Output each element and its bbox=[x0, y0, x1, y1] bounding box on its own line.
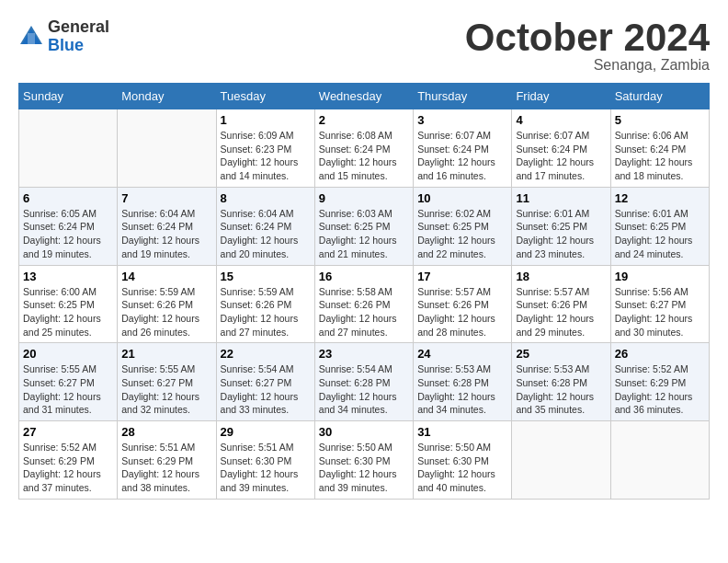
day-number: 7 bbox=[121, 191, 211, 205]
day-info: Sunrise: 6:04 AMSunset: 6:24 PMDaylight:… bbox=[121, 207, 211, 261]
day-number: 12 bbox=[615, 191, 705, 205]
day-number: 16 bbox=[319, 270, 409, 283]
calendar-cell bbox=[19, 109, 118, 188]
calendar-week-row: 1Sunrise: 6:09 AMSunset: 6:23 PMDaylight… bbox=[19, 109, 710, 188]
calendar-cell: 21Sunrise: 5:55 AMSunset: 6:27 PMDayligh… bbox=[118, 343, 216, 421]
day-number: 27 bbox=[23, 425, 113, 439]
day-number: 4 bbox=[516, 113, 606, 127]
calendar-cell: 16Sunrise: 5:58 AMSunset: 6:26 PMDayligh… bbox=[314, 265, 413, 343]
day-info: Sunrise: 5:51 AMSunset: 6:29 PMDaylight:… bbox=[121, 441, 211, 495]
day-info: Sunrise: 5:51 AMSunset: 6:30 PMDaylight:… bbox=[221, 441, 311, 495]
day-info: Sunrise: 5:59 AMSunset: 6:26 PMDaylight:… bbox=[121, 285, 211, 339]
calendar-cell: 26Sunrise: 5:52 AMSunset: 6:29 PMDayligh… bbox=[610, 343, 709, 421]
day-number: 17 bbox=[417, 270, 507, 283]
weekday-header-row: SundayMondayTuesdayWednesdayThursdayFrid… bbox=[19, 84, 710, 109]
day-info: Sunrise: 6:07 AMSunset: 6:24 PMDaylight:… bbox=[417, 129, 507, 183]
day-number: 21 bbox=[121, 347, 211, 361]
day-info: Sunrise: 5:53 AMSunset: 6:28 PMDaylight:… bbox=[417, 362, 507, 417]
calendar-table: SundayMondayTuesdayWednesdayThursdayFrid… bbox=[18, 83, 710, 500]
day-info: Sunrise: 5:59 AMSunset: 6:26 PMDaylight:… bbox=[221, 285, 311, 339]
calendar-cell bbox=[118, 109, 216, 188]
day-info: Sunrise: 6:05 AMSunset: 6:24 PMDaylight:… bbox=[23, 207, 113, 261]
calendar-cell: 8Sunrise: 6:04 AMSunset: 6:24 PMDaylight… bbox=[216, 187, 314, 265]
day-number: 13 bbox=[23, 270, 113, 283]
weekday-header-wednesday: Wednesday bbox=[314, 84, 413, 109]
logo: General Blue bbox=[18, 18, 109, 55]
calendar-week-row: 13Sunrise: 6:00 AMSunset: 6:25 PMDayligh… bbox=[19, 265, 710, 343]
calendar-cell: 14Sunrise: 5:59 AMSunset: 6:26 PMDayligh… bbox=[118, 265, 216, 343]
calendar-cell: 7Sunrise: 6:04 AMSunset: 6:24 PMDaylight… bbox=[118, 187, 216, 265]
day-number: 19 bbox=[615, 270, 705, 283]
day-info: Sunrise: 5:53 AMSunset: 6:28 PMDaylight:… bbox=[516, 362, 606, 417]
logo-general: General bbox=[48, 17, 109, 36]
calendar-cell: 19Sunrise: 5:56 AMSunset: 6:27 PMDayligh… bbox=[610, 265, 709, 343]
day-number: 1 bbox=[221, 113, 311, 127]
weekday-header-monday: Monday bbox=[118, 84, 216, 109]
calendar-week-row: 27Sunrise: 5:52 AMSunset: 6:29 PMDayligh… bbox=[19, 421, 710, 500]
calendar-cell: 3Sunrise: 6:07 AMSunset: 6:24 PMDaylight… bbox=[414, 109, 512, 188]
day-info: Sunrise: 6:07 AMSunset: 6:24 PMDaylight:… bbox=[516, 129, 606, 183]
day-number: 9 bbox=[319, 191, 409, 205]
title-block: October 2024 Senanga, Zambia bbox=[465, 18, 710, 74]
weekday-header-sunday: Sunday bbox=[19, 84, 118, 109]
calendar-cell: 25Sunrise: 5:53 AMSunset: 6:28 PMDayligh… bbox=[512, 343, 610, 421]
calendar-cell: 20Sunrise: 5:55 AMSunset: 6:27 PMDayligh… bbox=[19, 343, 118, 421]
calendar-cell: 9Sunrise: 6:03 AMSunset: 6:25 PMDaylight… bbox=[314, 187, 413, 265]
day-info: Sunrise: 5:55 AMSunset: 6:27 PMDaylight:… bbox=[121, 362, 211, 417]
day-info: Sunrise: 5:57 AMSunset: 6:26 PMDaylight:… bbox=[417, 285, 507, 339]
day-number: 5 bbox=[615, 113, 705, 127]
day-number: 23 bbox=[319, 347, 409, 361]
weekday-header-saturday: Saturday bbox=[610, 84, 709, 109]
day-info: Sunrise: 5:52 AMSunset: 6:29 PMDaylight:… bbox=[23, 441, 113, 495]
calendar-cell: 23Sunrise: 5:54 AMSunset: 6:28 PMDayligh… bbox=[314, 343, 413, 421]
day-number: 10 bbox=[417, 191, 507, 205]
calendar-cell: 2Sunrise: 6:08 AMSunset: 6:24 PMDaylight… bbox=[314, 109, 413, 188]
weekday-header-friday: Friday bbox=[512, 84, 610, 109]
day-info: Sunrise: 5:50 AMSunset: 6:30 PMDaylight:… bbox=[319, 441, 409, 495]
day-info: Sunrise: 5:57 AMSunset: 6:26 PMDaylight:… bbox=[516, 285, 606, 339]
calendar-cell: 30Sunrise: 5:50 AMSunset: 6:30 PMDayligh… bbox=[314, 421, 413, 500]
day-number: 18 bbox=[516, 270, 606, 283]
calendar-week-row: 20Sunrise: 5:55 AMSunset: 6:27 PMDayligh… bbox=[19, 343, 710, 421]
day-info: Sunrise: 6:01 AMSunset: 6:25 PMDaylight:… bbox=[615, 207, 705, 261]
location: Senanga, Zambia bbox=[465, 57, 710, 74]
calendar-cell: 6Sunrise: 6:05 AMSunset: 6:24 PMDaylight… bbox=[19, 187, 118, 265]
page-header: General Blue October 2024 Senanga, Zambi… bbox=[18, 18, 710, 74]
calendar-cell: 22Sunrise: 5:54 AMSunset: 6:27 PMDayligh… bbox=[216, 343, 314, 421]
logo-icon bbox=[18, 24, 44, 50]
calendar-cell bbox=[610, 421, 709, 500]
day-info: Sunrise: 6:01 AMSunset: 6:25 PMDaylight:… bbox=[516, 207, 606, 261]
day-info: Sunrise: 6:06 AMSunset: 6:24 PMDaylight:… bbox=[615, 129, 705, 183]
calendar-cell: 12Sunrise: 6:01 AMSunset: 6:25 PMDayligh… bbox=[610, 187, 709, 265]
day-info: Sunrise: 5:50 AMSunset: 6:30 PMDaylight:… bbox=[417, 441, 507, 495]
day-number: 31 bbox=[417, 425, 507, 439]
calendar-cell: 10Sunrise: 6:02 AMSunset: 6:25 PMDayligh… bbox=[414, 187, 512, 265]
calendar-cell: 24Sunrise: 5:53 AMSunset: 6:28 PMDayligh… bbox=[414, 343, 512, 421]
day-number: 25 bbox=[516, 347, 606, 361]
calendar-cell: 4Sunrise: 6:07 AMSunset: 6:24 PMDaylight… bbox=[512, 109, 610, 188]
day-number: 24 bbox=[417, 347, 507, 361]
calendar-cell: 28Sunrise: 5:51 AMSunset: 6:29 PMDayligh… bbox=[118, 421, 216, 500]
day-info: Sunrise: 6:02 AMSunset: 6:25 PMDaylight:… bbox=[417, 207, 507, 261]
day-info: Sunrise: 6:04 AMSunset: 6:24 PMDaylight:… bbox=[221, 207, 311, 261]
day-number: 30 bbox=[319, 425, 409, 439]
day-info: Sunrise: 6:00 AMSunset: 6:25 PMDaylight:… bbox=[23, 285, 113, 339]
day-info: Sunrise: 6:08 AMSunset: 6:24 PMDaylight:… bbox=[319, 129, 409, 183]
calendar-cell: 31Sunrise: 5:50 AMSunset: 6:30 PMDayligh… bbox=[414, 421, 512, 500]
day-number: 29 bbox=[221, 425, 311, 439]
day-info: Sunrise: 5:54 AMSunset: 6:28 PMDaylight:… bbox=[319, 362, 409, 417]
calendar-cell: 27Sunrise: 5:52 AMSunset: 6:29 PMDayligh… bbox=[19, 421, 118, 500]
calendar-cell: 13Sunrise: 6:00 AMSunset: 6:25 PMDayligh… bbox=[19, 265, 118, 343]
calendar-cell: 5Sunrise: 6:06 AMSunset: 6:24 PMDaylight… bbox=[610, 109, 709, 188]
day-info: Sunrise: 5:52 AMSunset: 6:29 PMDaylight:… bbox=[615, 362, 705, 417]
day-number: 8 bbox=[221, 191, 311, 205]
calendar-cell bbox=[512, 421, 610, 500]
day-info: Sunrise: 5:58 AMSunset: 6:26 PMDaylight:… bbox=[319, 285, 409, 339]
day-info: Sunrise: 6:09 AMSunset: 6:23 PMDaylight:… bbox=[221, 129, 311, 183]
calendar-week-row: 6Sunrise: 6:05 AMSunset: 6:24 PMDaylight… bbox=[19, 187, 710, 265]
day-number: 22 bbox=[221, 347, 311, 361]
calendar-cell: 11Sunrise: 6:01 AMSunset: 6:25 PMDayligh… bbox=[512, 187, 610, 265]
calendar-cell: 17Sunrise: 5:57 AMSunset: 6:26 PMDayligh… bbox=[414, 265, 512, 343]
weekday-header-tuesday: Tuesday bbox=[216, 84, 314, 109]
day-number: 3 bbox=[417, 113, 507, 127]
